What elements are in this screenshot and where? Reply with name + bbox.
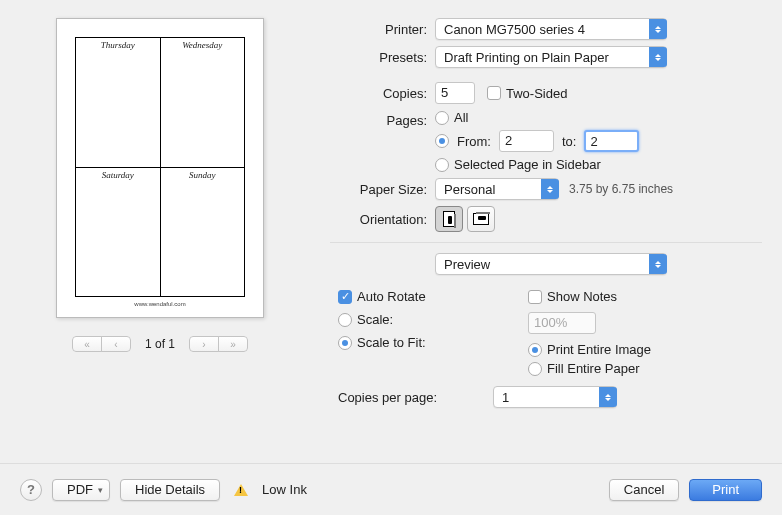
fill-entire-label: Fill Entire Paper (547, 361, 639, 376)
page-indicator: 1 of 1 (145, 337, 175, 351)
printer-label: Printer: (330, 22, 435, 37)
scale-to-fit-label: Scale to Fit: (357, 335, 426, 350)
chevron-down-icon: ▾ (98, 485, 103, 495)
preview-cell: Sunday (161, 168, 245, 297)
chevron-updown-icon (649, 47, 667, 67)
cancel-label: Cancel (624, 482, 664, 497)
preview-panel: Thursday Wednesday Saturday Sunday www.w… (20, 18, 300, 414)
chevron-updown-icon (541, 179, 559, 199)
preview-cell: Thursday (76, 38, 161, 167)
pages-all-label: All (454, 110, 468, 125)
low-ink-label: Low Ink (262, 482, 307, 497)
pages-from-radio[interactable] (435, 134, 449, 148)
presets-label: Presets: (330, 50, 435, 65)
copies-label: Copies: (330, 86, 435, 101)
preview-cell: Saturday (76, 168, 161, 297)
copies-per-page-label: Copies per page: (338, 390, 468, 405)
section-menu-select[interactable]: Preview (435, 253, 667, 275)
printer-select[interactable]: Canon MG7500 series 4 (435, 18, 667, 40)
scale-percent-input: 100% (528, 312, 596, 334)
scale-radio[interactable]: Scale: (338, 312, 488, 327)
copies-per-page-value: 1 (502, 390, 509, 405)
portrait-icon (443, 211, 455, 227)
hide-details-label: Hide Details (135, 482, 205, 497)
scale-to-fit-radio[interactable]: Scale to Fit: (338, 335, 488, 350)
print-button[interactable]: Print (689, 479, 762, 501)
cancel-button[interactable]: Cancel (609, 479, 679, 501)
to-page-input[interactable]: 2 (584, 130, 639, 152)
paper-size-value: Personal (444, 182, 495, 197)
page-preview: Thursday Wednesday Saturday Sunday www.w… (56, 18, 264, 318)
show-notes-label: Show Notes (547, 289, 617, 304)
presets-select[interactable]: Draft Printing on Plain Paper (435, 46, 667, 68)
print-entire-image-radio[interactable]: Print Entire Image (528, 342, 678, 357)
fill-entire-paper-radio[interactable]: Fill Entire Paper (528, 361, 678, 376)
print-label: Print (712, 482, 739, 497)
orientation-landscape-button[interactable] (467, 206, 495, 232)
preview-cell: Wednesday (161, 38, 245, 167)
warning-icon (234, 484, 248, 496)
help-button[interactable]: ? (20, 479, 42, 501)
paper-size-select[interactable]: Personal (435, 178, 559, 200)
preview-watermark: www.wendaful.com (75, 301, 245, 307)
chevron-updown-icon (649, 254, 667, 274)
presets-value: Draft Printing on Plain Paper (444, 50, 609, 65)
paper-dimensions: 3.75 by 6.75 inches (569, 182, 673, 196)
two-sided-label: Two-Sided (506, 86, 567, 101)
scale-label: Scale: (357, 312, 393, 327)
last-page-button[interactable]: » (218, 336, 248, 352)
pdf-button[interactable]: PDF ▾ (52, 479, 110, 501)
orientation-label: Orientation: (330, 212, 435, 227)
from-page-input[interactable]: 2 (499, 130, 554, 152)
to-label: to: (562, 134, 576, 149)
paper-size-label: Paper Size: (330, 182, 435, 197)
chevron-updown-icon (599, 387, 617, 407)
first-page-button[interactable]: « (72, 336, 102, 352)
landscape-icon (473, 213, 489, 225)
auto-rotate-checkbox[interactable]: ✓Auto Rotate (338, 289, 488, 304)
selected-page-radio[interactable]: Selected Page in Sidebar (435, 157, 639, 172)
two-sided-checkbox[interactable]: Two-Sided (487, 86, 567, 101)
selected-page-label: Selected Page in Sidebar (454, 157, 601, 172)
pages-all-radio[interactable]: All (435, 110, 639, 125)
show-notes-checkbox[interactable]: Show Notes (528, 289, 678, 304)
from-label: From: (457, 134, 491, 149)
section-menu-value: Preview (444, 257, 490, 272)
print-entire-label: Print Entire Image (547, 342, 651, 357)
pdf-label: PDF (67, 482, 93, 497)
pages-label: Pages: (330, 110, 435, 128)
hide-details-button[interactable]: Hide Details (120, 479, 220, 501)
prev-page-button[interactable]: ‹ (101, 336, 131, 352)
auto-rotate-label: Auto Rotate (357, 289, 426, 304)
printer-value: Canon MG7500 series 4 (444, 22, 585, 37)
orientation-portrait-button[interactable] (435, 206, 463, 232)
next-page-button[interactable]: › (189, 336, 219, 352)
chevron-updown-icon (649, 19, 667, 39)
copies-input[interactable]: 5 (435, 82, 475, 104)
copies-per-page-select[interactable]: 1 (493, 386, 617, 408)
